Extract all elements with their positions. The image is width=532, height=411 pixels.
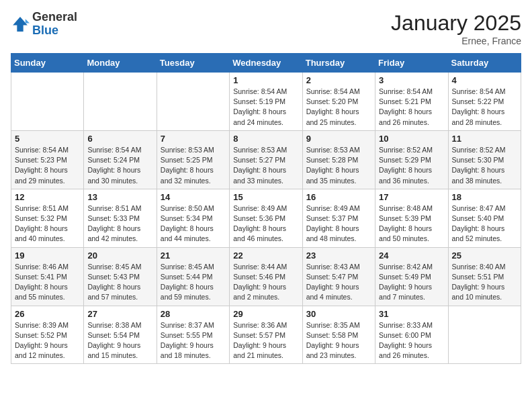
- calendar-cell: 2Sunrise: 8:54 AM Sunset: 5:20 PM Daylig…: [302, 73, 375, 131]
- day-number: 6: [87, 134, 152, 144]
- day-number: 9: [306, 134, 371, 144]
- calendar-cell: 9Sunrise: 8:53 AM Sunset: 5:28 PM Daylig…: [302, 130, 375, 189]
- calendar-cell: 5Sunrise: 8:54 AM Sunset: 5:23 PM Daylig…: [11, 130, 84, 189]
- calendar-cell: 16Sunrise: 8:49 AM Sunset: 5:37 PM Dayli…: [302, 189, 375, 247]
- weekday-header-saturday: Saturday: [448, 54, 521, 73]
- day-number: 22: [233, 250, 298, 261]
- day-info: Sunrise: 8:49 AM Sunset: 5:36 PM Dayligh…: [233, 203, 298, 244]
- calendar-cell: 13Sunrise: 8:51 AM Sunset: 5:33 PM Dayli…: [84, 189, 157, 247]
- day-number: 19: [15, 250, 80, 261]
- calendar-header: SundayMondayTuesdayWednesdayThursdayFrid…: [11, 54, 521, 73]
- calendar-cell: 6Sunrise: 8:54 AM Sunset: 5:24 PM Daylig…: [84, 130, 157, 189]
- weekday-header-wednesday: Wednesday: [230, 54, 302, 73]
- day-info: Sunrise: 8:40 AM Sunset: 5:51 PM Dayligh…: [452, 262, 517, 303]
- day-number: 30: [306, 309, 371, 319]
- day-number: 13: [87, 192, 152, 202]
- calendar-cell: 23Sunrise: 8:43 AM Sunset: 5:47 PM Dayli…: [302, 247, 375, 306]
- day-number: 20: [87, 250, 152, 261]
- day-number: 31: [379, 309, 444, 319]
- calendar-week-row: 26Sunrise: 8:39 AM Sunset: 5:52 PM Dayli…: [11, 306, 521, 364]
- calendar-week-row: 12Sunrise: 8:51 AM Sunset: 5:32 PM Dayli…: [11, 189, 521, 247]
- day-info: Sunrise: 8:48 AM Sunset: 5:39 PM Dayligh…: [379, 203, 444, 244]
- day-number: 29: [233, 309, 298, 319]
- calendar-cell: 30Sunrise: 8:35 AM Sunset: 5:58 PM Dayli…: [302, 306, 375, 364]
- calendar-cell: 4Sunrise: 8:54 AM Sunset: 5:22 PM Daylig…: [448, 73, 521, 131]
- day-number: 16: [306, 192, 371, 202]
- day-number: 15: [233, 192, 298, 202]
- day-info: Sunrise: 8:49 AM Sunset: 5:37 PM Dayligh…: [306, 203, 371, 244]
- day-info: Sunrise: 8:54 AM Sunset: 5:23 PM Dayligh…: [15, 145, 80, 186]
- logo: General Blue: [11, 11, 77, 38]
- calendar-table: SundayMondayTuesdayWednesdayThursdayFrid…: [11, 53, 521, 364]
- calendar-cell: 18Sunrise: 8:47 AM Sunset: 5:40 PM Dayli…: [448, 189, 521, 247]
- logo-icon: [11, 15, 30, 34]
- day-info: Sunrise: 8:38 AM Sunset: 5:54 PM Dayligh…: [87, 320, 152, 361]
- calendar-cell: 14Sunrise: 8:50 AM Sunset: 5:34 PM Dayli…: [157, 189, 229, 247]
- day-info: Sunrise: 8:45 AM Sunset: 5:44 PM Dayligh…: [161, 262, 226, 303]
- day-info: Sunrise: 8:53 AM Sunset: 5:27 PM Dayligh…: [233, 145, 298, 186]
- calendar-cell: 21Sunrise: 8:45 AM Sunset: 5:44 PM Dayli…: [157, 247, 229, 306]
- day-number: 8: [233, 134, 298, 144]
- day-info: Sunrise: 8:39 AM Sunset: 5:52 PM Dayligh…: [15, 320, 80, 361]
- svg-marker-1: [26, 19, 30, 23]
- svg-marker-0: [13, 17, 28, 32]
- calendar-week-row: 5Sunrise: 8:54 AM Sunset: 5:23 PM Daylig…: [11, 130, 521, 189]
- calendar-cell: 27Sunrise: 8:38 AM Sunset: 5:54 PM Dayli…: [84, 306, 157, 364]
- calendar-cell: 15Sunrise: 8:49 AM Sunset: 5:36 PM Dayli…: [230, 189, 302, 247]
- day-number: 14: [161, 192, 226, 202]
- calendar-body: 1Sunrise: 8:54 AM Sunset: 5:19 PM Daylig…: [11, 73, 521, 364]
- day-info: Sunrise: 8:53 AM Sunset: 5:28 PM Dayligh…: [306, 145, 371, 186]
- day-number: 28: [161, 309, 226, 319]
- logo-general-text: General: [32, 10, 77, 24]
- day-info: Sunrise: 8:45 AM Sunset: 5:43 PM Dayligh…: [87, 262, 152, 303]
- day-info: Sunrise: 8:35 AM Sunset: 5:58 PM Dayligh…: [306, 320, 371, 361]
- weekday-header-row: SundayMondayTuesdayWednesdayThursdayFrid…: [11, 54, 521, 73]
- calendar-cell: 3Sunrise: 8:54 AM Sunset: 5:21 PM Daylig…: [375, 73, 448, 131]
- day-info: Sunrise: 8:54 AM Sunset: 5:21 PM Dayligh…: [379, 87, 444, 128]
- day-info: Sunrise: 8:54 AM Sunset: 5:20 PM Dayligh…: [306, 87, 371, 128]
- day-number: 25: [452, 250, 517, 261]
- calendar-cell: 11Sunrise: 8:52 AM Sunset: 5:30 PM Dayli…: [448, 130, 521, 189]
- calendar-cell: 10Sunrise: 8:52 AM Sunset: 5:29 PM Dayli…: [375, 130, 448, 189]
- calendar-cell: 22Sunrise: 8:44 AM Sunset: 5:46 PM Dayli…: [230, 247, 302, 306]
- location-text: Ernee, France: [391, 36, 521, 46]
- day-number: 3: [379, 75, 444, 85]
- day-number: 4: [452, 75, 517, 85]
- calendar-cell: 25Sunrise: 8:40 AM Sunset: 5:51 PM Dayli…: [448, 247, 521, 306]
- day-info: Sunrise: 8:52 AM Sunset: 5:29 PM Dayligh…: [379, 145, 444, 186]
- day-info: Sunrise: 8:54 AM Sunset: 5:24 PM Dayligh…: [87, 145, 152, 186]
- page-header: General Blue January 2025 Ernee, France: [11, 11, 521, 46]
- day-number: 26: [15, 309, 80, 319]
- calendar-cell: 17Sunrise: 8:48 AM Sunset: 5:39 PM Dayli…: [375, 189, 448, 247]
- day-number: 18: [452, 192, 517, 202]
- month-year-heading: January 2025: [391, 11, 521, 36]
- day-info: Sunrise: 8:44 AM Sunset: 5:46 PM Dayligh…: [233, 262, 298, 303]
- day-number: 12: [15, 192, 80, 202]
- calendar-cell: 29Sunrise: 8:36 AM Sunset: 5:57 PM Dayli…: [230, 306, 302, 364]
- calendar-cell: [84, 73, 157, 131]
- day-number: 23: [306, 250, 371, 261]
- day-info: Sunrise: 8:50 AM Sunset: 5:34 PM Dayligh…: [161, 203, 226, 244]
- calendar-cell: 1Sunrise: 8:54 AM Sunset: 5:19 PM Daylig…: [230, 73, 302, 131]
- day-number: 27: [87, 309, 152, 319]
- calendar-cell: [157, 73, 229, 131]
- calendar-cell: 26Sunrise: 8:39 AM Sunset: 5:52 PM Dayli…: [11, 306, 84, 364]
- calendar-cell: [11, 73, 84, 131]
- day-number: 24: [379, 250, 444, 261]
- calendar-cell: 19Sunrise: 8:46 AM Sunset: 5:41 PM Dayli…: [11, 247, 84, 306]
- day-number: 21: [161, 250, 226, 261]
- calendar-week-row: 1Sunrise: 8:54 AM Sunset: 5:19 PM Daylig…: [11, 73, 521, 131]
- day-info: Sunrise: 8:33 AM Sunset: 6:00 PM Dayligh…: [379, 320, 444, 361]
- weekday-header-sunday: Sunday: [11, 54, 84, 73]
- weekday-header-monday: Monday: [84, 54, 157, 73]
- calendar-cell: [448, 306, 521, 364]
- day-info: Sunrise: 8:36 AM Sunset: 5:57 PM Dayligh…: [233, 320, 298, 361]
- day-info: Sunrise: 8:51 AM Sunset: 5:33 PM Dayligh…: [87, 203, 152, 244]
- calendar-cell: 24Sunrise: 8:42 AM Sunset: 5:49 PM Dayli…: [375, 247, 448, 306]
- logo-blue-text: Blue: [32, 24, 58, 37]
- day-number: 11: [452, 134, 517, 144]
- weekday-header-thursday: Thursday: [302, 54, 375, 73]
- day-number: 5: [15, 134, 80, 144]
- title-block: January 2025 Ernee, France: [391, 11, 521, 46]
- day-info: Sunrise: 8:42 AM Sunset: 5:49 PM Dayligh…: [379, 262, 444, 303]
